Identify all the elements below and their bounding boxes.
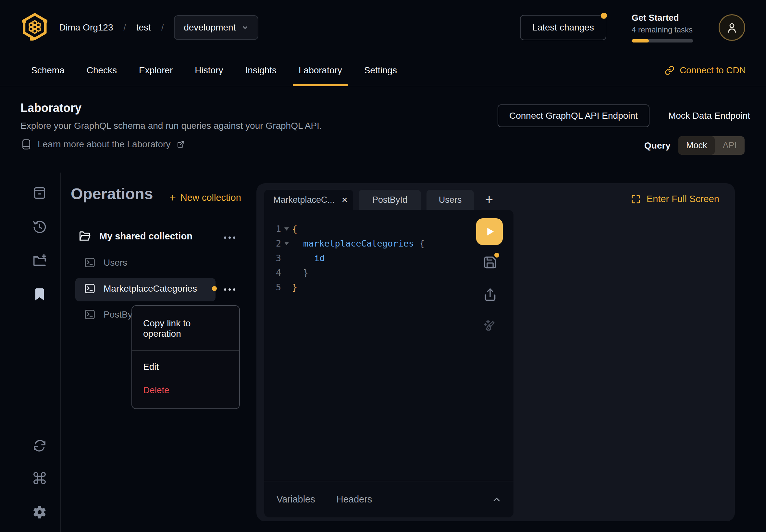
chevron-down-icon [241, 24, 249, 31]
primary-nav: Schema Checks Explorer History Insights … [0, 55, 766, 86]
line-number: 3 [264, 253, 281, 263]
new-collection-label: New collection [180, 192, 241, 203]
top-header: Dima Org123 / test / development Latest … [0, 0, 766, 55]
unsaved-changes-dot [494, 253, 499, 258]
learn-more-link[interactable]: Learn more about the Laboratory [21, 139, 185, 150]
sync-icon[interactable] [32, 438, 47, 453]
documentation-box-icon[interactable] [32, 186, 47, 200]
save-operation-button[interactable] [483, 255, 497, 270]
connect-graphql-endpoint-button[interactable]: Connect GraphQL API Endpoint [498, 104, 650, 127]
code-line[interactable]: 3 id [264, 251, 514, 265]
get-started-progress-fill [632, 39, 649, 42]
headers-tab[interactable]: Headers [336, 494, 372, 505]
operation-item-marketplacecategories[interactable]: MarketplaceCategories [84, 283, 217, 295]
collection-my-shared[interactable]: My shared collection [79, 230, 192, 242]
menu-item-edit[interactable]: Edit [132, 351, 239, 377]
latest-changes-button[interactable]: Latest changes [520, 15, 606, 40]
command-icon[interactable] [32, 471, 47, 486]
line-number: 1 [264, 224, 281, 234]
enter-fullscreen-button[interactable]: Enter Full Screen [631, 194, 719, 204]
format-code-broom-icon[interactable] [483, 319, 497, 333]
rail-divider [60, 173, 61, 532]
line-number: 4 [264, 268, 281, 278]
plus-icon: + [169, 191, 176, 204]
editor-footer: Variables Headers [264, 481, 514, 517]
settings-gear-icon[interactable] [32, 505, 47, 520]
apollo-logo-icon[interactable] [21, 13, 49, 42]
enter-fullscreen-label: Enter Full Screen [647, 194, 719, 204]
endpoint-actions: Connect GraphQL API Endpoint Mock Data E… [498, 104, 750, 127]
tab-insights[interactable]: Insights [234, 55, 287, 86]
editor-tab-postbyid[interactable]: PostById [359, 190, 421, 210]
tab-settings[interactable]: Settings [353, 55, 408, 86]
breadcrumb-graph[interactable]: test [136, 22, 151, 33]
editor-tab-label: MarketplaceC... [273, 195, 334, 205]
variant-selector-value: development [184, 22, 236, 33]
menu-item-copy-link[interactable]: Copy link to operation [132, 306, 239, 350]
operations-title: Operations [71, 185, 153, 203]
breadcrumb: Dima Org123 / test / development [59, 15, 258, 40]
operation-terminal-icon [84, 308, 96, 320]
tab-schema[interactable]: Schema [20, 55, 76, 86]
collapse-panel-icon[interactable] [492, 494, 502, 505]
query-editor[interactable]: 1 { 2 marketplaceCategories { 3 id 4 [264, 210, 514, 517]
query-mode-mock[interactable]: Mock [678, 136, 715, 155]
tab-explorer[interactable]: Explorer [128, 55, 184, 86]
editor-tab-marketplacecategories[interactable]: MarketplaceC... × [264, 190, 353, 210]
book-icon [21, 139, 31, 150]
line-number: 5 [264, 282, 281, 292]
menu-item-delete[interactable]: Delete [132, 377, 239, 408]
history-icon[interactable] [32, 219, 47, 234]
query-mode-api[interactable]: API [715, 136, 745, 155]
fold-arrow-icon[interactable] [281, 242, 292, 245]
query-workbench-panel: Enter Full Screen MarketplaceC... × Post… [256, 183, 735, 521]
editor-tab-users[interactable]: Users [427, 190, 474, 210]
close-tab-icon[interactable]: × [342, 194, 347, 205]
run-query-button[interactable] [476, 218, 503, 245]
latest-changes-label: Latest changes [532, 22, 594, 33]
person-icon [725, 21, 738, 34]
link-icon [665, 66, 675, 75]
bookmark-icon[interactable] [32, 287, 47, 302]
collection-more-options-icon[interactable] [224, 236, 235, 239]
connect-to-cdn-label: Connect to CDN [680, 65, 746, 76]
add-folder-icon[interactable] [32, 253, 47, 268]
query-mode-toggle: Mock API [678, 136, 745, 155]
get-started-subtitle: 4 remaining tasks [632, 25, 693, 34]
operation-more-options-icon[interactable] [224, 288, 235, 291]
share-operation-button[interactable] [483, 288, 497, 302]
operation-label: Users [103, 258, 127, 268]
external-link-icon [177, 140, 185, 148]
get-started-progressbar [632, 39, 693, 42]
editor-tab-label: PostById [372, 195, 407, 205]
breadcrumb-separator: / [124, 23, 126, 33]
get-started-title: Get Started [632, 13, 693, 23]
user-avatar[interactable] [719, 14, 745, 41]
page-title: Laboratory [20, 101, 81, 115]
play-icon [483, 225, 496, 238]
variant-selector[interactable]: development [174, 15, 258, 40]
breadcrumb-org[interactable]: Dima Org123 [59, 22, 113, 33]
operation-label: MarketplaceCategories [103, 284, 197, 294]
get-started-widget[interactable]: Get Started 4 remaining tasks [632, 13, 693, 42]
operation-item-users[interactable]: Users [84, 257, 127, 269]
editor-tab-label: Users [439, 195, 462, 205]
operation-terminal-icon [84, 257, 96, 269]
connect-to-cdn-link[interactable]: Connect to CDN [665, 55, 746, 86]
tab-laboratory[interactable]: Laboratory [287, 55, 353, 86]
operation-context-menu: Copy link to operation Edit Delete [131, 305, 240, 409]
fullscreen-icon [631, 194, 641, 204]
code-line[interactable]: 5 } [264, 280, 514, 295]
new-collection-button[interactable]: + New collection [169, 191, 241, 204]
mock-data-endpoint-button[interactable]: Mock Data Endpoint [668, 111, 750, 121]
tab-history[interactable]: History [184, 55, 234, 86]
unsaved-changes-dot [212, 286, 217, 291]
fold-arrow-icon[interactable] [281, 227, 292, 231]
folder-open-icon [79, 230, 91, 242]
new-tab-button[interactable]: + [480, 190, 499, 210]
variables-tab[interactable]: Variables [276, 494, 315, 505]
query-mode-row: Query Mock API [644, 136, 745, 155]
code-line[interactable]: 4 } [264, 265, 514, 280]
breadcrumb-separator: / [161, 23, 164, 33]
tab-checks[interactable]: Checks [76, 55, 128, 86]
